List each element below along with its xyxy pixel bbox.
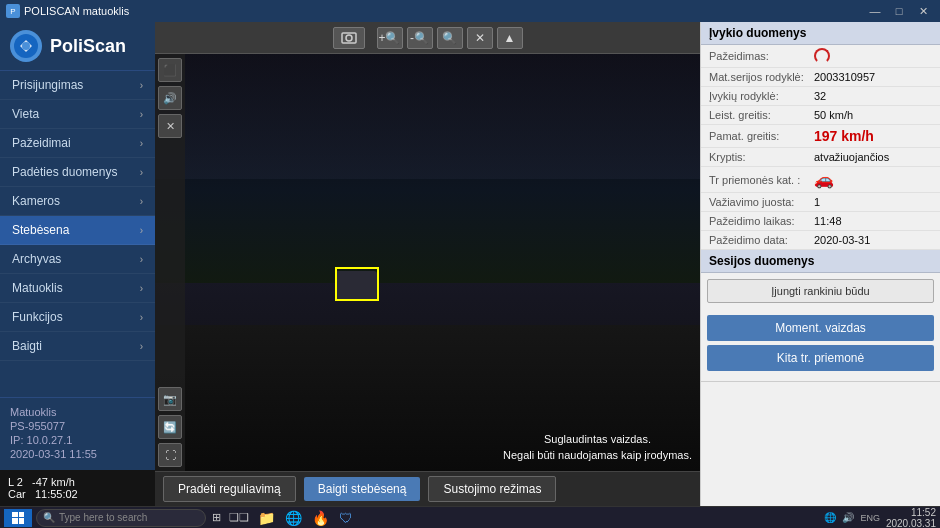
- status-lane: L 2 -47 km/h: [8, 476, 78, 488]
- manual-mode-button[interactable]: Įjungti rankiniu būdu: [707, 279, 934, 303]
- taskbar-browser-icon[interactable]: 🌐: [282, 510, 305, 526]
- taskbar-browser2-icon[interactable]: 🔥: [309, 510, 332, 526]
- sidebar-item-baigti[interactable]: Baigti ›: [0, 332, 155, 361]
- event-data-title: Įvykio duomenys: [701, 22, 940, 45]
- sidebar-item-matuoklis[interactable]: Matuoklis ›: [0, 274, 155, 303]
- taskbar-network-icon: 🌐: [824, 512, 836, 523]
- zoom-fit-button[interactable]: 🔍: [437, 27, 463, 49]
- sidebar-item-pazeidimai[interactable]: Pažeidimai ›: [0, 129, 155, 158]
- taskbar-cortana-icon[interactable]: ⊞: [210, 511, 223, 524]
- taskbar-task-view-icon[interactable]: ❑❑: [227, 511, 251, 524]
- taskbar-clock: 11:52 2020.03.31: [886, 507, 936, 529]
- close-button[interactable]: ✕: [912, 2, 934, 20]
- chevron-icon: ›: [140, 254, 143, 265]
- chevron-icon: ›: [140, 341, 143, 352]
- menu-label: Vieta: [12, 107, 39, 121]
- video-caption: Suglaudintas vaizdas. Negali būti naudoj…: [503, 432, 692, 463]
- chevron-icon: ›: [140, 109, 143, 120]
- session-actions: Įjungti rankiniu būdu: [701, 273, 940, 309]
- video-side-btn-3[interactable]: ✕: [158, 114, 182, 138]
- taskbar: 🔍 Type here to search ⊞ ❑❑ 📁 🌐 🔥 🛡 🌐 🔊 E…: [0, 506, 940, 528]
- next-vehicle-button[interactable]: Kita tr. priemonė: [707, 345, 934, 371]
- label-ivykiu: Įvykių rodyklė:: [709, 90, 814, 102]
- search-placeholder: Type here to search: [59, 512, 147, 523]
- minimize-button[interactable]: —: [864, 2, 886, 20]
- title-bar: P POLISCAN matuoklis — □ ✕: [0, 0, 940, 22]
- sidebar-status-bar: L 2 -47 km/h Car 11:55:02: [0, 470, 155, 506]
- sidebar-item-padeties[interactable]: Padėties duomenys ›: [0, 158, 155, 187]
- session-data-title: Sesijos duomenys: [701, 250, 940, 273]
- expand-button[interactable]: ▲: [497, 27, 523, 49]
- windows-icon: [12, 512, 24, 524]
- video-side-btn-5[interactable]: 🔄: [158, 415, 182, 439]
- taskbar-app-icon[interactable]: 🛡: [336, 510, 356, 526]
- taskbar-left: 🔍 Type here to search ⊞ ❑❑ 📁 🌐 🔥 🛡: [4, 509, 356, 527]
- row-pazeidimo-laikas: Pažeidimo laikas: 11:48: [701, 212, 940, 231]
- device-label: Matuoklis: [10, 406, 145, 418]
- video-overlay: ⬛ 🔊 ✕ 📷 🔄 ⛶ Suglaudintas vaizdas. Negali…: [155, 54, 700, 471]
- label-pazeidimas: Pažeidimas:: [709, 50, 814, 62]
- start-button[interactable]: [4, 509, 32, 527]
- status-left: L 2 -47 km/h Car 11:55:02: [8, 476, 78, 500]
- value-pazeidimas: [814, 48, 932, 64]
- video-side-btn-4[interactable]: 📷: [158, 387, 182, 411]
- video-container: ⬛ 🔊 ✕ 📷 🔄 ⛶ Suglaudintas vaizdas. Negali…: [155, 54, 700, 471]
- main-video-area: +🔍 -🔍 🔍 ✕ ▲ ⬛: [155, 22, 700, 506]
- sidebar-item-funkcijos[interactable]: Funkcijos ›: [0, 303, 155, 332]
- taskbar-volume-icon: 🔊: [842, 512, 854, 523]
- chevron-icon: ›: [140, 283, 143, 294]
- sidebar-item-kameros[interactable]: Kameros ›: [0, 187, 155, 216]
- video-side-btn-2[interactable]: 🔊: [158, 86, 182, 110]
- value-leist-greitis: 50 km/h: [814, 109, 932, 121]
- sidebar-device-info: Matuoklis PS-955077 IP: 10.0.27.1 2020-0…: [0, 397, 155, 470]
- search-icon: 🔍: [43, 512, 55, 523]
- vehicle-detection-box: [335, 267, 379, 301]
- sidebar: PoliScan Prisijungimas › Vieta › Pažeidi…: [0, 22, 155, 506]
- brand-name: PoliScan: [50, 36, 126, 57]
- row-leist-greitis: Leist. greitis: 50 km/h: [701, 106, 940, 125]
- start-regulate-button[interactable]: Pradėti reguliavimą: [163, 476, 296, 502]
- chevron-icon: ›: [140, 80, 143, 91]
- clock-time: 11:52: [886, 507, 936, 518]
- camera-control-icon: [333, 27, 365, 49]
- row-mat-serijos: Mat.serijos rodyklė: 2003310957: [701, 68, 940, 87]
- taskbar-search-bar[interactable]: 🔍 Type here to search: [36, 509, 206, 527]
- row-ivykiu: Įvykių rodyklė: 32: [701, 87, 940, 106]
- device-ip: IP: 10.0.27.1: [10, 434, 145, 446]
- menu-label: Archyvas: [12, 252, 61, 266]
- sidebar-item-vieta[interactable]: Vieta ›: [0, 100, 155, 129]
- device-datetime: 2020-03-31 11:55: [10, 448, 145, 460]
- zoom-out-button[interactable]: -🔍: [407, 27, 433, 49]
- chevron-icon: ›: [140, 312, 143, 323]
- scene-sky: [155, 54, 700, 179]
- right-panel: Įvykio duomenys Pažeidimas: Mat.serijos …: [700, 22, 940, 506]
- sidebar-item-stebsena[interactable]: Stebėsena ›: [0, 216, 155, 245]
- label-mat-serijos: Mat.serijos rodyklė:: [709, 71, 814, 83]
- window-controls[interactable]: — □ ✕: [864, 2, 934, 20]
- taskbar-files-icon[interactable]: 📁: [255, 510, 278, 526]
- video-side-btn-1[interactable]: ⬛: [158, 58, 182, 82]
- label-pamat-greitis: Pamat. greitis:: [709, 130, 814, 142]
- row-pamat-greitis: Pamat. greitis: 197 km/h: [701, 125, 940, 148]
- sidebar-item-prisijungimas[interactable]: Prisijungimas ›: [0, 71, 155, 100]
- row-vaziavimo: Važiavimo juosta: 1: [701, 193, 940, 212]
- stop-mode-button[interactable]: Sustojimo režimas: [428, 476, 556, 502]
- svg-point-3: [346, 35, 352, 41]
- maximize-button[interactable]: □: [888, 2, 910, 20]
- value-tr-priemones: 🚗: [814, 170, 932, 189]
- zoom-in-button[interactable]: +🔍: [377, 27, 403, 49]
- menu-label: Baigti: [12, 339, 42, 353]
- moment-image-button[interactable]: Moment. vaizdas: [707, 315, 934, 341]
- label-kryptis: Kryptis:: [709, 151, 814, 163]
- taskbar-system-tray: 🌐 🔊 ENG 11:52 2020.03.31: [824, 507, 936, 529]
- chevron-icon: ›: [140, 167, 143, 178]
- chevron-icon: ›: [140, 225, 143, 236]
- video-side-btn-6[interactable]: ⛶: [158, 443, 182, 467]
- sidebar-item-archyvas[interactable]: Archyvas ›: [0, 245, 155, 274]
- stop-monitoring-button[interactable]: Baigti stebėseną: [304, 477, 421, 501]
- label-tr-priemones: Tr priemonės kat. :: [709, 174, 814, 186]
- fullscreen-button[interactable]: ✕: [467, 27, 493, 49]
- caption-line1: Suglaudintas vaizdas.: [503, 432, 692, 447]
- caption-line2: Negali būti naudojamas kaip įrodymas.: [503, 448, 692, 463]
- value-vaziavimo: 1: [814, 196, 932, 208]
